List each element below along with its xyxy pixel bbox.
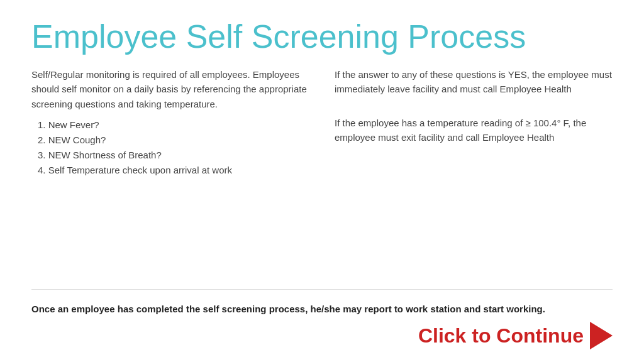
right-column: If the answer to any of these questions … [335, 67, 613, 284]
page-container: Employee Self Screening Process Self/Reg… [0, 0, 644, 362]
checklist: 1. New Fever? 2. NEW Cough? 3. NEW Short… [31, 118, 309, 178]
list-item: 3. NEW Shortness of Breath? [31, 148, 309, 163]
intro-text: Self/Regular monitoring is required of a… [31, 67, 309, 111]
left-column: Self/Regular monitoring is required of a… [31, 67, 309, 284]
list-item: 2. NEW Cough? [31, 133, 309, 148]
page-title: Employee Self Screening Process [31, 19, 613, 55]
divider [31, 289, 613, 290]
continue-label: Click to Continue [418, 324, 584, 348]
arrow-right-icon [590, 322, 613, 349]
right-info-block-2: If the employee has a temperature readin… [335, 116, 613, 145]
right-info-block-1: If the answer to any of these questions … [335, 67, 613, 97]
footer-text: Once an employee has completed the self … [31, 302, 613, 315]
list-item: 1. New Fever? [31, 118, 309, 133]
bottom-bar: Click to Continue [31, 315, 613, 349]
content-area: Self/Regular monitoring is required of a… [31, 67, 613, 284]
continue-button[interactable]: Click to Continue [418, 322, 613, 349]
list-item: 4. Self Temperature check upon arrival a… [31, 163, 309, 178]
